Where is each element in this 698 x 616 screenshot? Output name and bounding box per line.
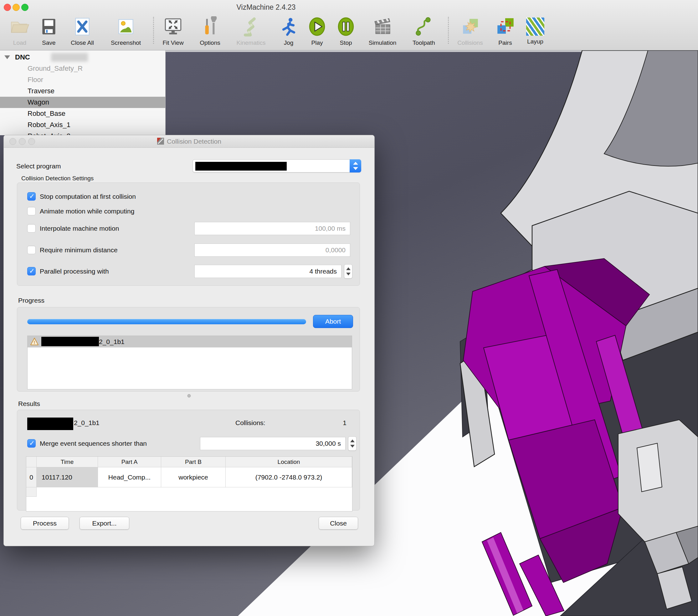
svg-text:!: !: [34, 340, 36, 345]
interpolate-interval-field[interactable]: 100,00 ms: [194, 222, 350, 235]
toolbar-button-toolpath[interactable]: Toolpath: [400, 16, 447, 46]
table-cell-part-b[interactable]: workpiece: [161, 467, 226, 487]
window-title: VizMachine 2.4.23: [237, 3, 296, 12]
table-cell-time[interactable]: 10117.120: [37, 467, 98, 487]
results-table[interactable]: Time Part A Part B Location 0 10117.120 …: [26, 456, 352, 512]
results-label: Results: [18, 400, 40, 408]
merge-duration-field[interactable]: 30,000 s: [200, 437, 346, 450]
tree-item-wagon[interactable]: Wagon: [0, 97, 165, 108]
close-window-button[interactable]: [4, 4, 11, 11]
app-window: { "window": { "title": "VizMachine 2.4.2…: [0, 0, 698, 616]
hatch-pattern-icon: [526, 17, 544, 36]
minimize-window-button[interactable]: [13, 4, 20, 11]
select-program-label: Select program: [16, 163, 61, 170]
process-button[interactable]: Process: [20, 517, 69, 530]
table-empty-index: [26, 487, 37, 497]
progress-groupbox: Abort ! 2_0_1b1: [17, 307, 360, 392]
export-button[interactable]: Export...: [80, 517, 129, 530]
tree-item-robot-axis-2[interactable]: Robot_Axis_2: [0, 130, 165, 135]
tree-item-traverse[interactable]: Traverse: [0, 85, 165, 97]
redacted-result-prefix: [27, 418, 73, 430]
table-header-index: [26, 457, 37, 467]
pause-circle-icon: [336, 16, 356, 37]
tree-item-robot-axis-1[interactable]: Robot_Axis_1: [0, 119, 165, 130]
splitter-handle[interactable]: [187, 394, 191, 397]
scene-tree-panel: DNC Ground_Safety_R Floor Traverse Wagon…: [0, 51, 166, 135]
table-header-time[interactable]: Time: [37, 457, 98, 467]
redacted-text: [51, 53, 88, 62]
robot-arm-icon: [241, 16, 261, 37]
table-header-part-b[interactable]: Part B: [161, 457, 226, 467]
tree-item-robot-base[interactable]: Robot_Base: [0, 108, 165, 119]
window-chrome: VizMachine 2.4.23 Load Save: [0, 0, 698, 51]
toolbar-button-screenshot[interactable]: Screenshot: [102, 16, 149, 46]
tools-icon: [200, 16, 220, 37]
threads-field[interactable]: 4 threads: [194, 265, 341, 278]
tree-item-dnc[interactable]: DNC: [0, 52, 165, 63]
table-header-location[interactable]: Location: [226, 457, 352, 467]
collisions-label: Collisions:: [235, 419, 265, 426]
checkbox-minimum-distance[interactable]: [27, 246, 36, 254]
dialog-minimize-button[interactable]: [19, 138, 26, 145]
minimum-distance-field[interactable]: 0,0000: [194, 243, 350, 257]
redacted-program-name: [195, 162, 287, 171]
program-select-dropdown[interactable]: [193, 159, 361, 172]
warning-icon: !: [30, 337, 39, 346]
dropdown-arrows-icon: [350, 159, 361, 172]
results-groupbox: 2_0_1b1 Collisions: 1 Merge event sequen…: [17, 410, 360, 510]
tree-item-floor[interactable]: Floor: [0, 74, 165, 85]
result-item-name: 2_0_1b1: [74, 419, 99, 426]
table-cell-location[interactable]: (7902.0 -2748.0 973.2): [226, 467, 352, 487]
dialog-titlebar[interactable]: Collision Detection: [4, 135, 374, 148]
picture-icon: [115, 16, 136, 37]
table-row-index[interactable]: 0: [26, 467, 37, 487]
toolbar-button-options[interactable]: Options: [186, 16, 234, 46]
progress-bar: [27, 319, 306, 324]
settings-group-label: Collision Detection Settings: [21, 175, 94, 182]
abort-button[interactable]: Abort: [313, 315, 353, 328]
progress-item-list[interactable]: ! 2_0_1b1: [27, 336, 352, 389]
table-header-part-a[interactable]: Part A: [98, 457, 161, 467]
tree-item-ground-safety[interactable]: Ground_Safety_R: [0, 63, 165, 74]
collisions-count: 1: [343, 419, 347, 426]
spline-curve-icon: [414, 16, 434, 37]
collision-detection-dialog: Collision Detection Select program Colli…: [3, 135, 375, 546]
progress-list-item[interactable]: ! 2_0_1b1: [28, 336, 352, 348]
toolbar-button-simulation[interactable]: Simulation: [359, 16, 406, 46]
settings-groupbox: Stop computation at first collision Anim…: [17, 182, 360, 286]
close-button[interactable]: Close: [319, 517, 358, 530]
table-cell-part-a[interactable]: Head_Comp...: [98, 467, 161, 487]
redacted-program-prefix: [41, 337, 99, 346]
main-toolbar: Load Save Close All: [0, 14, 698, 50]
checkbox-merge-sequences[interactable]: [27, 439, 36, 448]
dialog-close-button[interactable]: [9, 138, 16, 145]
dialog-zoom-button[interactable]: [28, 138, 35, 145]
floppy-disk-icon: [39, 16, 59, 37]
chevron-down-icon[interactable]: [4, 55, 10, 59]
checkbox-animate-motion[interactable]: [27, 207, 36, 215]
fit-screen-icon: [163, 16, 183, 37]
checkbox-stop-first-collision[interactable]: [27, 192, 36, 201]
toolbar-button-close-all[interactable]: Close All: [59, 16, 106, 46]
collision-squares-icon: [460, 16, 480, 37]
toolbar-button-layup[interactable]: Layup: [512, 16, 559, 45]
checkbox-interpolate-motion[interactable]: [27, 224, 36, 233]
progress-label: Progress: [18, 297, 44, 304]
collision-dialog-icon: [157, 137, 164, 145]
close-document-icon: [72, 16, 93, 37]
checkbox-parallel-processing[interactable]: [27, 267, 36, 276]
dialog-title: Collision Detection: [157, 137, 221, 145]
merge-duration-stepper[interactable]: [348, 436, 357, 451]
threads-stepper[interactable]: [344, 264, 352, 279]
zoom-window-button[interactable]: [21, 4, 28, 11]
clapperboard-icon: [372, 16, 393, 37]
